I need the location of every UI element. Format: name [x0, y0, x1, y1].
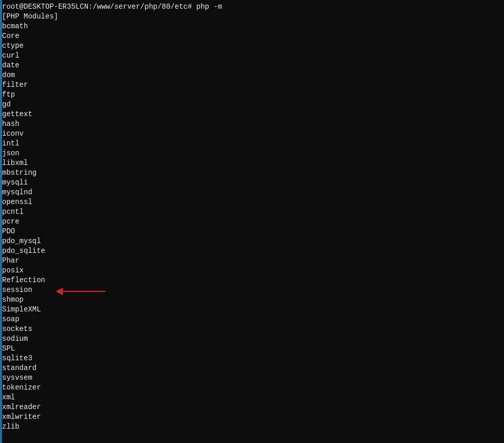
module-line: SimpleXML	[2, 305, 504, 315]
module-line: Reflection	[2, 275, 504, 285]
module-line: posix	[2, 266, 504, 275]
module-line: tokenizer	[2, 383, 504, 393]
arrow-annotation	[57, 286, 108, 297]
module-line: gd	[2, 100, 504, 109]
module-line: date	[2, 61, 504, 70]
module-line: mysqli	[2, 178, 504, 188]
module-line: Core	[2, 31, 504, 41]
module-line: iconv	[2, 129, 504, 139]
module-line: xmlreader	[2, 402, 504, 412]
module-line: intl	[2, 139, 504, 149]
module-line: ctype	[2, 41, 504, 51]
module-line: standard	[2, 363, 504, 373]
module-line: pcre	[2, 217, 504, 227]
module-line: Phar	[2, 256, 504, 266]
module-line: mysqlnd	[2, 188, 504, 197]
module-line: SPL	[2, 344, 504, 354]
modules-list: bcmathCorectypecurldatedomfilterftpgdget…	[2, 22, 504, 432]
php-modules-header: [PHP Modules]	[2, 12, 504, 22]
module-line: ftp	[2, 90, 504, 100]
module-line: soap	[2, 315, 504, 324]
module-line: pdo_sqlite	[2, 246, 504, 256]
module-line: pcntl	[2, 207, 504, 217]
module-line: sysvsem	[2, 373, 504, 383]
module-line: openssl	[2, 197, 504, 207]
module-line: pdo_mysql	[2, 236, 504, 246]
module-line: json	[2, 149, 504, 158]
module-line: curl	[2, 51, 504, 61]
terminal-window: root@DESKTOP-ER35LCN:/www/server/php/80/…	[0, 0, 504, 443]
command-line: root@DESKTOP-ER35LCN:/www/server/php/80/…	[2, 2, 504, 12]
module-line: zlib	[2, 422, 504, 432]
module-line: filter	[2, 80, 504, 90]
module-line: xml	[2, 393, 504, 402]
module-line: PDO	[2, 227, 504, 236]
module-line: hash	[2, 119, 504, 129]
module-line: sodium	[2, 334, 504, 344]
module-line: sockets	[2, 324, 504, 334]
module-line: gettext	[2, 109, 504, 119]
module-line: bcmath	[2, 22, 504, 31]
module-line: xmlwriter	[2, 412, 504, 422]
module-line: libxml	[2, 158, 504, 168]
arrow-icon	[57, 286, 108, 297]
module-line: dom	[2, 70, 504, 80]
module-line: mbstring	[2, 168, 504, 178]
module-line: sqlite3	[2, 354, 504, 363]
left-bar	[0, 0, 2, 443]
